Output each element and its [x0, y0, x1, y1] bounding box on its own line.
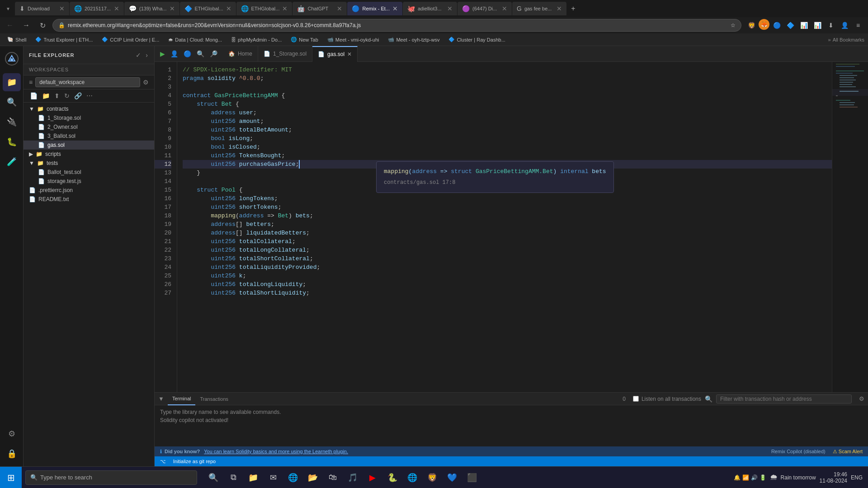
tab-close-5[interactable]: ✕ — [282, 5, 288, 12]
sidebar-icon-settings[interactable]: ⚙ — [3, 425, 21, 443]
run-button[interactable]: ▶ — [158, 49, 167, 58]
filter-settings-icon[interactable]: ⚙ — [859, 395, 864, 402]
bookmark-cluster[interactable]: 🔷 Cluster | Ray Dashb... — [445, 36, 509, 43]
file-1-storage[interactable]: 📄 1_Storage.sol — [24, 113, 154, 122]
back-dropdown-btn[interactable]: ▼ — [2, 2, 14, 15]
tray-icon-wifi[interactable]: 📶 — [742, 474, 749, 481]
editor-tab-storage[interactable]: 📄 1_Storage.sol — [258, 46, 312, 62]
transactions-tab[interactable]: Transactions — [195, 393, 233, 405]
clock-widget[interactable]: 19:46 11-08-2024 — [820, 471, 847, 484]
ext-icon-5[interactable]: ⬇ — [825, 19, 837, 32]
new-tab-button[interactable]: + — [567, 2, 580, 15]
taskbar-icon-taskview[interactable]: ⧉ — [224, 469, 242, 487]
sidebar-icon-debug[interactable]: 🐛 — [3, 133, 21, 151]
taskbar-icon-explorer[interactable]: 📁 — [244, 469, 262, 487]
remix-logo[interactable] — [3, 50, 21, 68]
taskbar-icon-python[interactable]: 🐍 — [383, 469, 401, 487]
refresh-button[interactable]: ↻ — [36, 19, 49, 32]
minimap[interactable] — [832, 62, 868, 392]
folder-contracts[interactable]: ▼ 📁 contracts — [24, 104, 154, 113]
tab-close-download[interactable]: ✕ — [59, 5, 65, 12]
bookmark-ccip[interactable]: 🔷 CCIP Limit Order | E... — [98, 36, 163, 43]
file-storage-test[interactable]: 📄 storage.test.js — [24, 177, 154, 186]
tab-5[interactable]: 🌐 ETHGlobal... ✕ — [236, 2, 292, 15]
taskbar-search-box[interactable]: 🔍 Type here to search — [25, 470, 197, 485]
file-prettierrc[interactable]: 📄 .prettierrc.json — [24, 186, 154, 195]
tab-gas[interactable]: G gas fee be... ✕ — [512, 2, 566, 15]
panel-expand-icon[interactable]: › — [145, 51, 149, 60]
taskbar-icon-vscode[interactable]: 💙 — [443, 469, 461, 487]
panel-check-icon[interactable]: ✓ — [135, 51, 142, 60]
tab-close-2[interactable]: ✕ — [114, 5, 119, 12]
folder-tests[interactable]: ▼ 📁 tests — [24, 159, 154, 168]
file-3-ballot[interactable]: 📄 3_Ballot.sol — [24, 131, 154, 141]
file-gas-sol[interactable]: 📄 gas.sol — [24, 141, 154, 150]
run-profile-icon[interactable]: 👤 — [169, 49, 180, 58]
taskbar-icon-terminal[interactable]: ⬛ — [463, 469, 481, 487]
bookmark-phpmyadmin[interactable]: 🗄 phpMyAdmin - Do... — [227, 36, 285, 43]
sidebar-icon-plugins[interactable]: 🔌 — [3, 113, 21, 131]
editor-tab-gas[interactable]: 📄 gas.sol ✕ — [312, 46, 358, 62]
workspace-settings-icon[interactable]: ⚙ — [143, 79, 149, 86]
taskbar-icon-explorer-files[interactable]: 📂 — [304, 469, 322, 487]
lang-indicator[interactable]: ENG — [851, 474, 863, 481]
gas-tab-close-icon[interactable]: ✕ — [347, 51, 352, 57]
tab-close-discord[interactable]: ✕ — [502, 5, 507, 12]
more-options-icon[interactable]: ⋯ — [85, 91, 94, 100]
file-2-owner[interactable]: 📄 2_Owner.sol — [24, 122, 154, 131]
taskbar-icon-youtube[interactable]: ▶ — [363, 469, 382, 487]
profile-icon[interactable]: 👤 — [838, 19, 851, 32]
back-button[interactable]: ← — [4, 19, 16, 32]
tray-icon-1[interactable]: 🔔 — [734, 474, 741, 481]
sidebar-icon-security[interactable]: 🔒 — [3, 445, 21, 463]
filter-search-icon[interactable]: 🔍 — [705, 395, 712, 403]
tab-close-remix[interactable]: ✕ — [392, 5, 398, 12]
bookmark-shell[interactable]: 🐚 Shell — [4, 36, 30, 43]
bookmark-newtab[interactable]: 🌐 New Tab — [287, 36, 322, 43]
sidebar-icon-search[interactable]: 🔍 — [3, 93, 21, 111]
taskbar-icon-brave[interactable]: 🦁 — [423, 469, 441, 487]
git-label[interactable]: Initialize as git repo — [173, 459, 216, 464]
sidebar-icon-files[interactable]: 📁 — [3, 73, 21, 91]
address-bar[interactable]: 🔒 remix.ethereum.org/#lang=en&optimize=f… — [52, 19, 741, 32]
tip-link[interactable]: You can learn Solidity basics and more u… — [204, 449, 348, 454]
taskbar-icon-edge[interactable]: 🌐 — [284, 469, 302, 487]
folder-scripts[interactable]: ▶ 📁 scripts — [24, 150, 154, 159]
taskbar-icon-chrome[interactable]: 🌐 — [403, 469, 421, 487]
collapse-icon[interactable]: ▼ — [158, 395, 164, 402]
tab-4[interactable]: 🔷 ETHGlobal... ✕ — [180, 2, 236, 15]
hamburger-icon[interactable]: ≡ — [29, 79, 33, 86]
brave-shields-icon[interactable]: 🦁 — [745, 19, 758, 32]
ext-icon-3[interactable]: 📊 — [797, 19, 810, 32]
taskbar-icon-media[interactable]: 🎵 — [344, 469, 362, 487]
tab-discord[interactable]: 🟣 (6447) Di... ✕ — [458, 2, 512, 15]
listen-transactions-checkbox[interactable]: Listen on all transactions — [633, 396, 701, 402]
forward-button[interactable]: → — [20, 19, 33, 32]
metamask-icon[interactable]: 🦊 — [759, 19, 769, 30]
sidebar-toggle-icon[interactable]: ≡ — [852, 19, 864, 32]
taskbar-icon-store[interactable]: 🛍 — [324, 469, 342, 487]
tray-icon-volume[interactable]: 🔊 — [751, 474, 758, 481]
upload-icon[interactable]: ⬆ — [53, 91, 61, 100]
code-content[interactable]: // SPDX-License-Identifier: MIT pragma s… — [177, 62, 832, 392]
start-button[interactable]: ⊞ — [0, 467, 22, 488]
bookmark-star-icon[interactable]: ☆ — [731, 22, 736, 28]
tab-3[interactable]: 💬 (139) Wha... ✕ — [124, 2, 179, 15]
tab-chatgpt[interactable]: 🤖 ChatGPT ✕ — [292, 2, 347, 15]
tab-github[interactable]: 🐙 adielliot3... ✕ — [403, 2, 457, 15]
sidebar-icon-test[interactable]: 🧪 — [3, 153, 21, 171]
bookmark-trust[interactable]: 🔷 Trust Explorer | ETH... — [32, 36, 96, 43]
tray-icon-battery[interactable]: 🔋 — [760, 474, 766, 481]
tab-close-4[interactable]: ✕ — [226, 5, 231, 12]
terminal-tab[interactable]: Terminal — [168, 393, 196, 405]
filter-hash-input[interactable] — [716, 394, 852, 404]
tab-close-3[interactable]: ✕ — [170, 5, 175, 12]
refresh-workspace-icon[interactable]: ↻ — [63, 91, 71, 100]
editor-tab-home[interactable]: 🏠 Home — [223, 46, 258, 62]
file-ballot-test[interactable]: 📄 Ballot_test.sol — [24, 168, 154, 177]
taskbar-icon-search[interactable]: 🔍 — [204, 469, 222, 487]
workspace-name-input[interactable] — [35, 77, 140, 87]
run-debug-icon[interactable]: 🔵 — [182, 49, 193, 58]
ext-icon-1[interactable]: 🔵 — [770, 19, 783, 32]
taskbar-icon-mail[interactable]: ✉ — [264, 469, 282, 487]
